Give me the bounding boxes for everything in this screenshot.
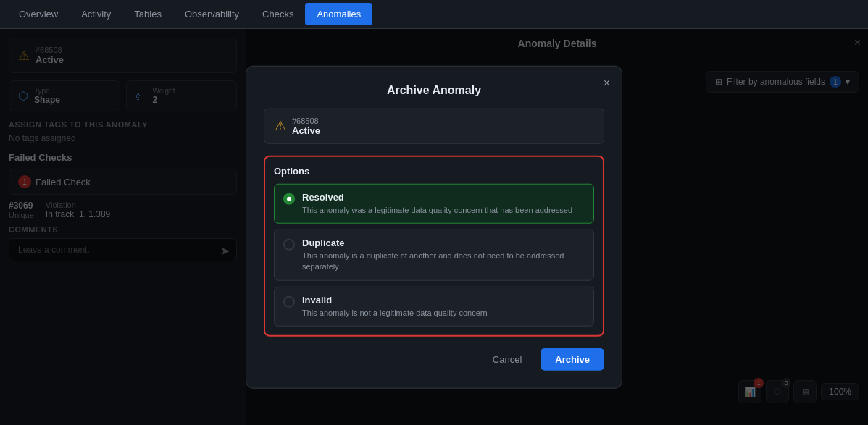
option-duplicate-name: Duplicate [302, 237, 585, 248]
modal-anomaly-info: ⚠ #68508 Active [264, 108, 604, 143]
radio-invalid [283, 295, 295, 307]
option-duplicate[interactable]: Duplicate This anomaly is a duplicate of… [274, 230, 594, 281]
modal-anomaly-id: #68508 [292, 116, 320, 125]
main-content: ⚠ #68508 Active ⬡ Type Shape 🏷 Weight 2 [0, 29, 868, 425]
archive-anomaly-modal: Archive Anomaly × ⚠ #68508 Active Option… [246, 65, 622, 389]
option-duplicate-desc: This anomaly is a duplicate of another a… [302, 251, 585, 273]
modal-title: Archive Anomaly [264, 83, 604, 96]
modal-warning-icon: ⚠ [275, 118, 286, 134]
tab-activity[interactable]: Activity [70, 3, 122, 25]
options-label: Options [274, 165, 594, 176]
modal-anomaly-status: Active [292, 125, 320, 135]
tab-checks[interactable]: Checks [251, 3, 305, 25]
radio-resolved-inner [287, 196, 291, 201]
options-box: Options Resolved This anomaly was a legi… [264, 155, 604, 337]
radio-duplicate [283, 239, 295, 251]
top-nav: Overview Activity Tables Observability C… [0, 0, 868, 29]
option-resolved[interactable]: Resolved This anomaly was a legitimate d… [274, 183, 594, 223]
option-invalid-name: Invalid [302, 294, 488, 305]
option-invalid[interactable]: Invalid This anomaly is not a legitimate… [274, 286, 594, 326]
modal-close-button[interactable]: × [604, 76, 610, 89]
option-invalid-desc: This anomaly is not a legitimate data qu… [302, 307, 488, 318]
cancel-button[interactable]: Cancel [481, 348, 533, 371]
modal-footer: Cancel Archive [264, 348, 604, 371]
option-resolved-name: Resolved [302, 191, 572, 202]
tab-anomalies[interactable]: Anomalies [305, 3, 372, 25]
tab-observability[interactable]: Observability [173, 3, 251, 25]
archive-button[interactable]: Archive [541, 348, 604, 371]
tab-overview[interactable]: Overview [7, 3, 70, 25]
option-resolved-desc: This anomaly was a legitimate data quali… [302, 204, 572, 215]
radio-resolved [283, 193, 295, 204]
tab-tables[interactable]: Tables [122, 3, 173, 25]
